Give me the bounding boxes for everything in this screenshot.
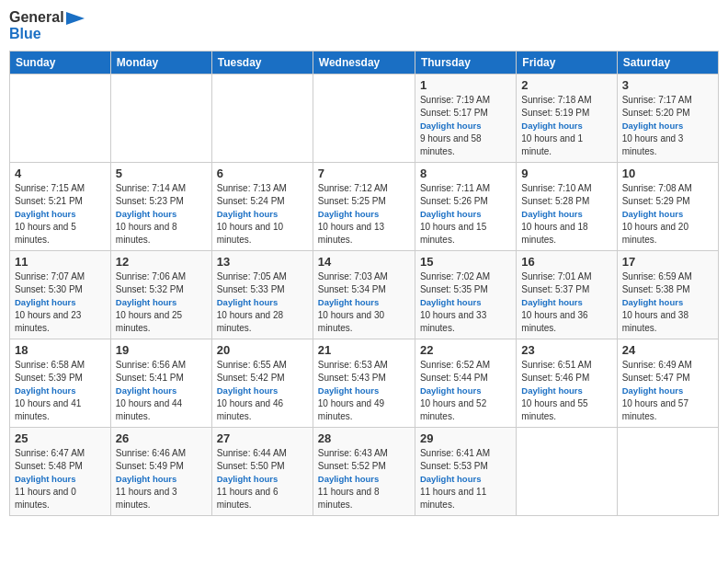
- daylight-label: Daylight hours: [116, 297, 177, 307]
- day-cell: [10, 74, 111, 162]
- day-cell: 27Sunrise: 6:44 AMSunset: 5:50 PMDayligh…: [211, 427, 313, 515]
- day-info: Sunrise: 7:10 AMSunset: 5:28 PMDaylight …: [521, 182, 611, 247]
- day-number: 6: [217, 167, 308, 180]
- logo: General Blue: [9, 9, 85, 43]
- daylight-label: Daylight hours: [116, 385, 177, 396]
- day-number: 28: [318, 431, 410, 445]
- daylight-label: Daylight hours: [420, 474, 482, 484]
- day-cell: [211, 74, 313, 162]
- day-cell: 8Sunrise: 7:11 AMSunset: 5:26 PMDaylight…: [415, 162, 516, 250]
- day-info: Sunrise: 7:05 AMSunset: 5:33 PMDaylight …: [217, 270, 308, 335]
- day-number: 7: [318, 167, 410, 180]
- day-info: Sunrise: 6:52 AMSunset: 5:44 PMDaylight …: [420, 359, 511, 423]
- day-cell: [517, 427, 617, 515]
- day-info: Sunrise: 6:49 AMSunset: 5:47 PMDaylight …: [622, 359, 713, 423]
- day-cell: 5Sunrise: 7:14 AMSunset: 5:23 PMDaylight…: [110, 162, 211, 250]
- daylight-label: Daylight hours: [622, 121, 684, 131]
- day-cell: 18Sunrise: 6:58 AMSunset: 5:39 PMDayligh…: [10, 339, 111, 427]
- week-row-1: 1Sunrise: 7:19 AMSunset: 5:17 PMDaylight…: [10, 74, 719, 162]
- header-monday: Monday: [110, 51, 211, 74]
- day-info: Sunrise: 6:53 AMSunset: 5:43 PMDaylight …: [318, 359, 410, 423]
- day-number: 23: [521, 343, 611, 357]
- daylight-label: Daylight hours: [15, 209, 76, 219]
- day-cell: 29Sunrise: 6:41 AMSunset: 5:53 PMDayligh…: [415, 427, 516, 515]
- daylight-label: Daylight hours: [217, 385, 279, 396]
- day-cell: 13Sunrise: 7:05 AMSunset: 5:33 PMDayligh…: [211, 250, 313, 339]
- day-number: 1: [420, 78, 511, 92]
- day-number: 8: [420, 167, 511, 180]
- day-cell: [110, 74, 211, 162]
- day-info: Sunrise: 6:47 AMSunset: 5:48 PMDaylight …: [15, 447, 106, 511]
- day-cell: 20Sunrise: 6:55 AMSunset: 5:42 PMDayligh…: [211, 339, 313, 427]
- day-info: Sunrise: 6:46 AMSunset: 5:49 PMDaylight …: [116, 447, 207, 511]
- daylight-label: Daylight hours: [622, 297, 684, 307]
- daylight-label: Daylight hours: [420, 385, 482, 396]
- page-header: General Blue: [9, 9, 719, 43]
- day-cell: 6Sunrise: 7:13 AMSunset: 5:24 PMDaylight…: [211, 162, 313, 250]
- day-info: Sunrise: 7:17 AMSunset: 5:20 PMDaylight …: [622, 94, 713, 158]
- daylight-label: Daylight hours: [15, 297, 76, 307]
- day-cell: 14Sunrise: 7:03 AMSunset: 5:34 PMDayligh…: [313, 250, 415, 339]
- day-info: Sunrise: 7:01 AMSunset: 5:37 PMDaylight …: [521, 270, 611, 335]
- day-cell: 16Sunrise: 7:01 AMSunset: 5:37 PMDayligh…: [517, 250, 617, 339]
- day-number: 29: [420, 431, 511, 445]
- day-number: 20: [217, 343, 308, 357]
- day-number: 2: [521, 78, 611, 92]
- daylight-label: Daylight hours: [116, 209, 177, 219]
- header-sunday: Sunday: [10, 51, 111, 74]
- daylight-label: Daylight hours: [521, 209, 583, 219]
- day-number: 14: [318, 255, 410, 269]
- day-cell: 25Sunrise: 6:47 AMSunset: 5:48 PMDayligh…: [10, 427, 111, 515]
- day-cell: 1Sunrise: 7:19 AMSunset: 5:17 PMDaylight…: [415, 74, 516, 162]
- day-cell: [313, 74, 415, 162]
- daylight-label: Daylight hours: [217, 474, 279, 484]
- day-number: 27: [217, 431, 308, 445]
- day-info: Sunrise: 7:13 AMSunset: 5:24 PMDaylight …: [217, 182, 308, 247]
- day-info: Sunrise: 7:06 AMSunset: 5:32 PMDaylight …: [116, 270, 207, 335]
- day-cell: 7Sunrise: 7:12 AMSunset: 5:25 PMDaylight…: [313, 162, 415, 250]
- day-cell: 21Sunrise: 6:53 AMSunset: 5:43 PMDayligh…: [313, 339, 415, 427]
- day-number: 24: [622, 343, 713, 357]
- day-number: 11: [15, 255, 106, 269]
- day-number: 26: [116, 431, 207, 445]
- daylight-label: Daylight hours: [521, 297, 583, 307]
- daylight-label: Daylight hours: [521, 121, 583, 131]
- week-row-5: 25Sunrise: 6:47 AMSunset: 5:48 PMDayligh…: [10, 427, 719, 515]
- daylight-label: Daylight hours: [622, 209, 684, 219]
- daylight-label: Daylight hours: [622, 385, 684, 396]
- week-row-2: 4Sunrise: 7:15 AMSunset: 5:21 PMDaylight…: [10, 162, 719, 250]
- daylight-label: Daylight hours: [116, 474, 177, 484]
- daylight-label: Daylight hours: [420, 297, 482, 307]
- day-info: Sunrise: 7:07 AMSunset: 5:30 PMDaylight …: [15, 270, 106, 335]
- day-number: 3: [622, 78, 713, 92]
- day-info: Sunrise: 6:41 AMSunset: 5:53 PMDaylight …: [420, 447, 511, 511]
- day-info: Sunrise: 6:43 AMSunset: 5:52 PMDaylight …: [318, 447, 410, 511]
- day-number: 17: [622, 255, 713, 269]
- header-tuesday: Tuesday: [211, 51, 313, 74]
- day-cell: 19Sunrise: 6:56 AMSunset: 5:41 PMDayligh…: [110, 339, 211, 427]
- day-cell: [617, 427, 718, 515]
- day-cell: 9Sunrise: 7:10 AMSunset: 5:28 PMDaylight…: [517, 162, 617, 250]
- day-info: Sunrise: 7:15 AMSunset: 5:21 PMDaylight …: [15, 182, 106, 247]
- week-row-4: 18Sunrise: 6:58 AMSunset: 5:39 PMDayligh…: [10, 339, 719, 427]
- day-cell: 10Sunrise: 7:08 AMSunset: 5:29 PMDayligh…: [617, 162, 718, 250]
- daylight-label: Daylight hours: [521, 385, 583, 396]
- day-cell: 28Sunrise: 6:43 AMSunset: 5:52 PMDayligh…: [313, 427, 415, 515]
- day-info: Sunrise: 6:44 AMSunset: 5:50 PMDaylight …: [217, 447, 308, 511]
- logo-arrow: [66, 12, 85, 25]
- svg-marker-0: [66, 12, 85, 25]
- day-number: 13: [217, 255, 308, 269]
- day-cell: 23Sunrise: 6:51 AMSunset: 5:46 PMDayligh…: [517, 339, 617, 427]
- header-thursday: Thursday: [415, 51, 516, 74]
- day-info: Sunrise: 7:18 AMSunset: 5:19 PMDaylight …: [521, 94, 611, 158]
- header-saturday: Saturday: [617, 51, 718, 74]
- day-number: 15: [420, 255, 511, 269]
- day-info: Sunrise: 6:56 AMSunset: 5:41 PMDaylight …: [116, 359, 207, 423]
- day-info: Sunrise: 7:02 AMSunset: 5:35 PMDaylight …: [420, 270, 511, 335]
- day-number: 19: [116, 343, 207, 357]
- daylight-label: Daylight hours: [318, 297, 380, 307]
- day-number: 18: [15, 343, 106, 357]
- day-info: Sunrise: 7:14 AMSunset: 5:23 PMDaylight …: [116, 182, 207, 247]
- day-cell: 3Sunrise: 7:17 AMSunset: 5:20 PMDaylight…: [617, 74, 718, 162]
- day-number: 12: [116, 255, 207, 269]
